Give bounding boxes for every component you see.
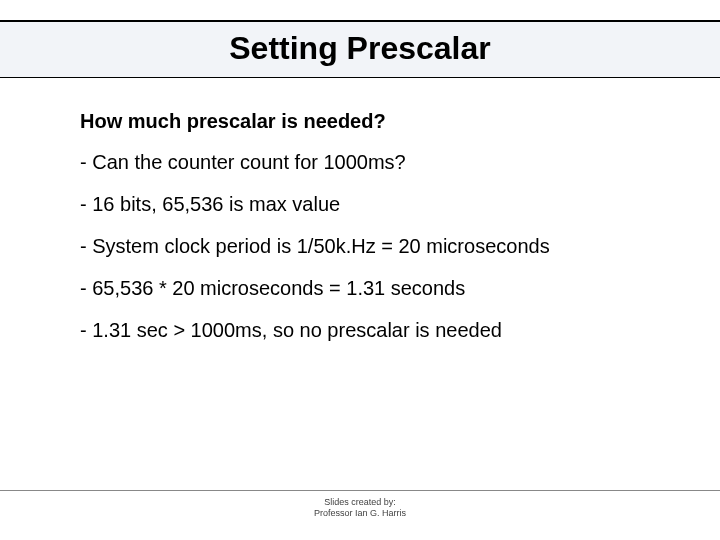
bullet-item: - 1.31 sec > 1000ms, so no prescalar is … xyxy=(80,317,660,343)
bullet-item: - System clock period is 1/50k.Hz = 20 m… xyxy=(80,233,660,259)
bullet-item: - Can the counter count for 1000ms? xyxy=(80,149,660,175)
bullet-item: - 16 bits, 65,536 is max value xyxy=(80,191,660,217)
slide-footer: Slides created by: Professor Ian G. Harr… xyxy=(0,490,720,520)
bullet-item: - 65,536 * 20 microseconds = 1.31 second… xyxy=(80,275,660,301)
slide-title: Setting Prescalar xyxy=(0,30,720,67)
slide: Setting Prescalar How much prescalar is … xyxy=(0,0,720,540)
footer-line-1: Slides created by: xyxy=(0,497,720,509)
slide-content: How much prescalar is needed? - Can the … xyxy=(0,78,720,359)
footer-line-2: Professor Ian G. Harris xyxy=(0,508,720,520)
title-band: Setting Prescalar xyxy=(0,20,720,78)
question-heading: How much prescalar is needed? xyxy=(80,110,660,133)
